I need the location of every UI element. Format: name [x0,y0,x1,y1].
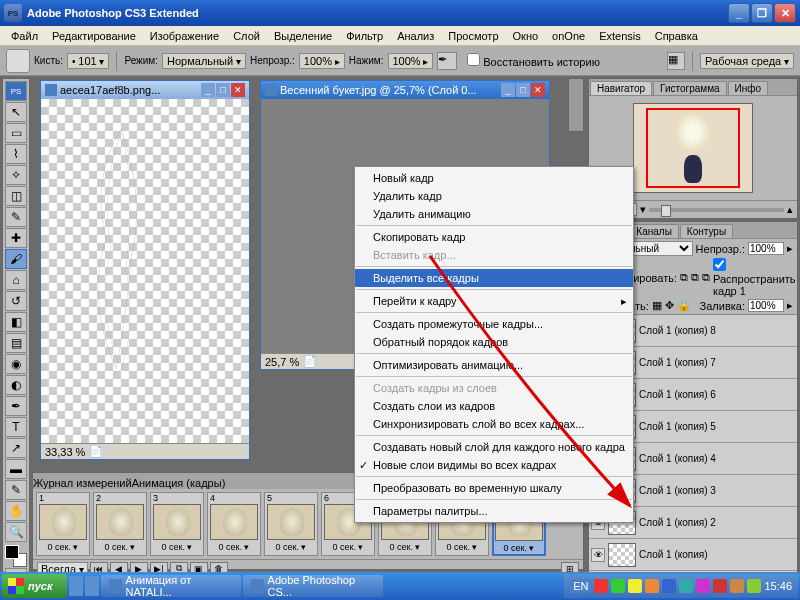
tab-paths[interactable]: Контуры [680,224,733,238]
zoom-tool-icon[interactable]: 🔍 [5,522,27,542]
blur-tool-icon[interactable]: ◉ [5,354,27,374]
frame-thumbnail[interactable] [267,504,315,540]
frame-thumbnail[interactable] [210,504,258,540]
eyedropper-tool-icon[interactable]: ✎ [5,207,27,227]
frame-delay[interactable]: 0 сек. ▾ [503,542,536,554]
tab-animation-frames[interactable]: Анимация (кадры) [132,477,226,489]
navigator-zoom-slider[interactable] [649,208,784,212]
menu-item[interactable]: Оптимизировать анимацию... [355,356,633,374]
tray-icon[interactable] [679,579,693,593]
move-tool-icon[interactable]: ↖ [5,102,27,122]
frame-delay[interactable]: 0 сек. ▾ [161,541,194,553]
language-indicator[interactable]: EN [570,579,591,593]
tray-icon[interactable] [696,579,710,593]
animation-frame[interactable]: 10 сек. ▾ [36,492,90,556]
notes-tool-icon[interactable]: ✎ [5,480,27,500]
menu-item[interactable]: Создать промежуточные кадры... [355,315,633,333]
frame-thumbnail[interactable] [153,504,201,540]
color-swatches[interactable] [5,545,27,567]
menu-item[interactable]: Параметры палитры... [355,502,633,520]
menu-edit[interactable]: Редактирование [45,28,143,44]
quicklaunch-icon[interactable] [69,576,83,596]
tray-icon[interactable] [713,579,727,593]
lock-position-icon[interactable]: ✥ [665,299,674,312]
shape-tool-icon[interactable]: ▬ [5,459,27,479]
menu-item[interactable]: Создавать новый слой для каждого нового … [355,438,633,456]
frame-thumbnail[interactable] [96,504,144,540]
layer-thumbnail[interactable] [608,543,636,567]
crop-tool-icon[interactable]: ◫ [5,186,27,206]
gradient-tool-icon[interactable]: ▤ [5,333,27,353]
restore-history-checkbox[interactable]: Восстановить историю [467,53,599,68]
frame-delay[interactable]: 0 сек. ▾ [332,541,365,553]
history-brush-tool-icon[interactable]: ↺ [5,291,27,311]
type-tool-icon[interactable]: T [5,417,27,437]
pen-tool-icon[interactable]: ✒ [5,396,27,416]
blend-mode-select[interactable]: Нормальный ▾ [162,53,246,69]
tray-icon[interactable] [594,579,608,593]
tab-channels[interactable]: Каналы [629,224,679,238]
frame-delay[interactable]: 0 сек. ▾ [275,541,308,553]
frame-delay[interactable]: 0 сек. ▾ [389,541,422,553]
tab-histogram[interactable]: Гистограмма [653,81,727,95]
doc2-close-button[interactable]: ✕ [531,83,545,97]
brush-size-picker[interactable]: • 101 ▾ [67,53,109,69]
path-tool-icon[interactable]: ↗ [5,438,27,458]
unify-icon[interactable]: ⧉ [691,271,699,284]
stamp-tool-icon[interactable]: ⌂ [5,270,27,290]
menu-item[interactable]: Новые слои видимы во всех кадрах [355,456,633,474]
menu-item[interactable]: Удалить кадр [355,187,633,205]
lock-pixels-icon[interactable]: ▦ [652,299,662,312]
taskbar-item[interactable]: Adobe Photoshop CS... [243,575,383,597]
menu-item[interactable]: Преобразовать во временную шкалу [355,479,633,497]
dodge-tool-icon[interactable]: ◐ [5,375,27,395]
go-bridge-icon[interactable]: ▦ [667,52,685,70]
tab-navigator[interactable]: Навигатор [590,81,652,95]
tool-preset-icon[interactable] [6,49,30,73]
document-window-1[interactable]: aecea17aef8b.png... _ □ ✕ 33,33 %📄 [40,80,250,460]
frame-delay[interactable]: 0 сек. ▾ [104,541,137,553]
clock[interactable]: 15:46 [764,580,792,592]
menu-item[interactable]: Выделить все кадры [355,269,633,287]
maximize-button[interactable]: ❐ [751,3,773,23]
animation-frame[interactable]: 50 сек. ▾ [264,492,318,556]
menu-onone[interactable]: onOne [545,28,592,44]
menu-view[interactable]: Просмотр [441,28,505,44]
frame-delay[interactable]: 0 сек. ▾ [218,541,251,553]
minimize-button[interactable]: _ [728,3,750,23]
doc2-titlebar[interactable]: Весенний букет.jpg @ 25,7% (Слой 0... _ … [261,81,549,99]
opacity-input[interactable]: 100% ▸ [299,53,345,69]
menu-help[interactable]: Справка [648,28,705,44]
animation-frame[interactable]: 20 сек. ▾ [93,492,147,556]
lasso-tool-icon[interactable]: ⌇ [5,144,27,164]
hand-tool-icon[interactable]: ✋ [5,501,27,521]
menu-item[interactable]: Обратный порядок кадров [355,333,633,351]
layer-row[interactable]: 👁Слой 1 (копия) [589,539,797,571]
heal-tool-icon[interactable]: ✚ [5,228,27,248]
navigator-view-box[interactable] [646,108,740,188]
unify-icon[interactable]: ⧉ [680,271,688,284]
eraser-tool-icon[interactable]: ◧ [5,312,27,332]
tray-icon[interactable] [628,579,642,593]
airbrush-icon[interactable]: ✒ [437,52,457,70]
menu-filter[interactable]: Фильтр [339,28,390,44]
tray-icon[interactable] [662,579,676,593]
close-button[interactable]: ✕ [774,3,796,23]
unify-icon[interactable]: ⧉ [702,271,710,284]
tray-icon[interactable] [730,579,744,593]
wand-tool-icon[interactable]: ✧ [5,165,27,185]
frame-delay[interactable]: 0 сек. ▾ [47,541,80,553]
workspace-select[interactable]: Рабочая среда ▾ [700,53,794,69]
lock-all-icon[interactable]: 🔒 [677,299,691,312]
tray-icon[interactable] [747,579,761,593]
frame-thumbnail[interactable] [39,504,87,540]
doc1-canvas[interactable] [41,99,249,443]
menu-extensis[interactable]: Extensis [592,28,648,44]
marquee-tool-icon[interactable]: ▭ [5,123,27,143]
taskbar-item[interactable]: Анимация от NATALI... [101,575,241,597]
visibility-icon[interactable]: 👁 [591,548,605,562]
tray-icon[interactable] [611,579,625,593]
menu-item[interactable]: Синхронизировать слой во всех кадрах... [355,415,633,433]
flow-input[interactable]: 100% ▸ [388,53,434,69]
menu-select[interactable]: Выделение [267,28,339,44]
